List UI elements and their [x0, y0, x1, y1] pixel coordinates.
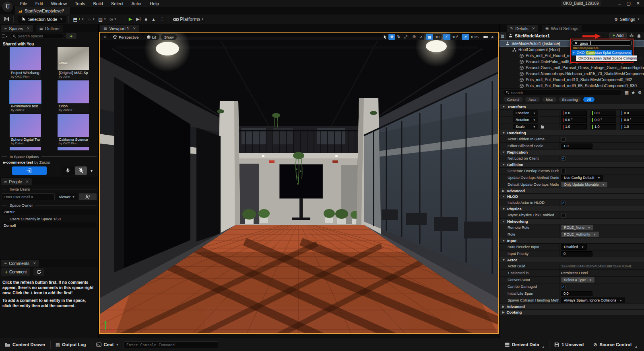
- axis-input[interactable]: 0.0: [620, 111, 644, 116]
- axis-input[interactable]: 0.0 °: [620, 117, 644, 123]
- space-card[interactable]: Orionby Zarzur: [58, 80, 89, 113]
- filter-general[interactable]: General: [504, 97, 523, 102]
- move-tool-icon[interactable]: ✥: [388, 34, 395, 40]
- section-header-actor[interactable]: ▼Actor: [500, 257, 644, 263]
- tab-spaces[interactable]: ∞ Spaces ✕: [1, 25, 33, 32]
- section-header-physics[interactable]: ▼Physics: [500, 206, 644, 212]
- value-input[interactable]: 0.0: [561, 291, 592, 296]
- lit-dropdown[interactable]: Lit: [144, 34, 159, 40]
- axis-input[interactable]: 1.0: [561, 124, 587, 129]
- section-header-transform[interactable]: ▼Transform: [500, 104, 644, 110]
- space-card[interactable]: Project Whizbangby OKO Finn: [10, 47, 41, 79]
- tab-comments[interactable]: ∞ Comments ✕: [1, 260, 39, 267]
- value-dropdown[interactable]: Use Config Default▼: [561, 175, 603, 181]
- refresh-comments-button[interactable]: [33, 268, 44, 276]
- maximize-icon[interactable]: ▢: [626, 1, 630, 6]
- voice-options-chevron-icon[interactable]: ▼: [88, 169, 95, 173]
- tab-viewport-1[interactable]: ▦ Viewport 1 ✕: [100, 25, 139, 32]
- menu-help[interactable]: Help: [146, 1, 163, 6]
- display-options-icon[interactable]: ▦: [625, 90, 629, 95]
- content-drawer-button[interactable]: Content Drawer: [0, 338, 50, 351]
- select-tool-icon[interactable]: [382, 34, 388, 40]
- minimize-icon[interactable]: –: [618, 1, 621, 6]
- settings-gear-icon[interactable]: ⚙: [638, 90, 642, 95]
- rotate-tool-icon[interactable]: ↻: [395, 34, 402, 40]
- output-log-button[interactable]: ▤ Output Log: [51, 338, 91, 351]
- value-dropdown[interactable]: Always Spawn, Ignore Collisions▼: [561, 298, 625, 303]
- axis-input[interactable]: 1.0: [590, 124, 616, 129]
- component-search-input[interactable]: ✕ gaus: [572, 40, 632, 46]
- skip-button[interactable]: ▶|: [134, 16, 142, 22]
- component-result-gaussian-splat[interactable]: OKO Gaussian Splat Component: [572, 50, 632, 55]
- checkbox-unchecked[interactable]: [561, 137, 566, 142]
- enter-space-button[interactable]: [12, 166, 47, 175]
- settings-dropdown[interactable]: ⚙ Settings ▼: [614, 17, 640, 22]
- cinematics-icon[interactable]: ▤▼: [97, 16, 108, 22]
- menu-select[interactable]: Select: [107, 1, 128, 6]
- menu-tools[interactable]: Tools: [71, 1, 89, 6]
- section-header-advanced[interactable]: ▶Advanced: [500, 304, 644, 310]
- add-actor-icon[interactable]: ⬒+▼: [71, 16, 86, 22]
- stop-button[interactable]: ■: [142, 17, 149, 22]
- section-header-collision[interactable]: ▼Collision: [500, 162, 644, 168]
- section-header-input[interactable]: ▼Input: [500, 238, 644, 244]
- close-icon[interactable]: ✕: [26, 180, 29, 184]
- checkbox-unchecked[interactable]: [561, 213, 566, 218]
- globe-icon[interactable]: ⊕: [411, 34, 417, 40]
- vector-axis-dropdown[interactable]: Scale▼: [513, 124, 538, 129]
- clear-search-icon[interactable]: ✕: [574, 41, 578, 45]
- blueprints-icon[interactable]: ⁘▼: [86, 16, 97, 22]
- save-icon[interactable]: [2, 16, 11, 22]
- checkbox-checked[interactable]: ✓: [561, 156, 566, 161]
- section-header-cooking[interactable]: ▶Cooking: [500, 310, 644, 315]
- axis-input[interactable]: 1.0: [620, 124, 644, 129]
- menu-actor[interactable]: Actor: [128, 1, 146, 6]
- scale-tool-icon[interactable]: ⤢: [402, 34, 409, 40]
- favorites-star-icon[interactable]: ★: [631, 90, 635, 95]
- console-command-input[interactable]: Enter Console Command: [124, 341, 218, 348]
- link-icon[interactable]: ∞▼: [108, 16, 118, 22]
- menu-window[interactable]: Window: [47, 1, 71, 6]
- derived-data-button[interactable]: Derived Data: [500, 338, 549, 351]
- show-dropdown[interactable]: Show: [161, 34, 177, 40]
- filter-streaming[interactable]: Streaming: [559, 97, 582, 102]
- tab-details[interactable]: ✎ Details ✕: [507, 25, 538, 32]
- dock-toggle-icon[interactable]: ▦: [499, 33, 506, 39]
- close-icon[interactable]: ✕: [133, 27, 136, 31]
- space-thumbnail-partial[interactable]: [58, 147, 89, 150]
- component-tree-row[interactable]: Pots_mdl_Pot_Round_mdl9_65_StaticMeshCom…: [500, 83, 644, 88]
- tab-level[interactable]: StartNewEmptylevel*: [15, 7, 70, 14]
- filter-icon[interactable]: ☰▼: [2, 34, 8, 38]
- add-user-button[interactable]: [79, 193, 97, 200]
- checkbox-unchecked[interactable]: [561, 169, 566, 173]
- convert-blueprint-icon[interactable]: ⁂: [629, 33, 634, 38]
- add-component-button[interactable]: + Add: [609, 33, 627, 39]
- section-header-rendering[interactable]: ▼Rendering: [500, 130, 644, 136]
- close-icon[interactable]: ✕: [33, 261, 36, 265]
- value-dropdown[interactable]: Disabled▼: [561, 244, 587, 250]
- section-header-hlod[interactable]: ▼HLOD: [500, 194, 644, 199]
- filter-all[interactable]: All: [583, 97, 594, 102]
- menu-file[interactable]: File: [16, 1, 31, 6]
- platforms-dropdown[interactable]: Platforms▼: [171, 16, 206, 22]
- component-tree-row[interactable]: Parasol-Nannorrhops-Ritchiana_mdl15_70_S…: [500, 71, 644, 77]
- search-spaces-input[interactable]: Search spaces: [10, 33, 64, 39]
- grid-snap-control[interactable]: ▦ 10: [426, 34, 442, 40]
- close-icon[interactable]: ✕: [636, 1, 640, 6]
- filter-actor[interactable]: Actor: [525, 97, 540, 102]
- tab-outliner[interactable]: ☰ Outliner: [36, 25, 63, 32]
- section-header-replication[interactable]: ▼Replication: [500, 150, 644, 155]
- lock-icon[interactable]: [538, 125, 544, 129]
- tab-people[interactable]: ∞ People ✕: [1, 178, 32, 185]
- component-tree-row[interactable]: Pots_mdl_Pot_Round_mdl10_StaticMeshCompo…: [500, 77, 644, 83]
- add-space-button[interactable]: +: [66, 33, 76, 39]
- space-thumbnail-partial[interactable]: [10, 147, 41, 150]
- section-header-networking[interactable]: ▼Networking: [500, 219, 644, 224]
- tab-world-settings[interactable]: ◉ World Settings: [542, 25, 582, 32]
- invite-role-dropdown[interactable]: Viewer ▼: [56, 193, 77, 200]
- play-button[interactable]: ▶: [127, 16, 134, 22]
- rotation-snap-control[interactable]: ∠ 10°: [443, 34, 460, 40]
- vector-axis-dropdown[interactable]: Location▼: [513, 110, 538, 116]
- axis-input[interactable]: 0.0 °: [590, 117, 616, 123]
- menu-build[interactable]: Build: [89, 1, 107, 6]
